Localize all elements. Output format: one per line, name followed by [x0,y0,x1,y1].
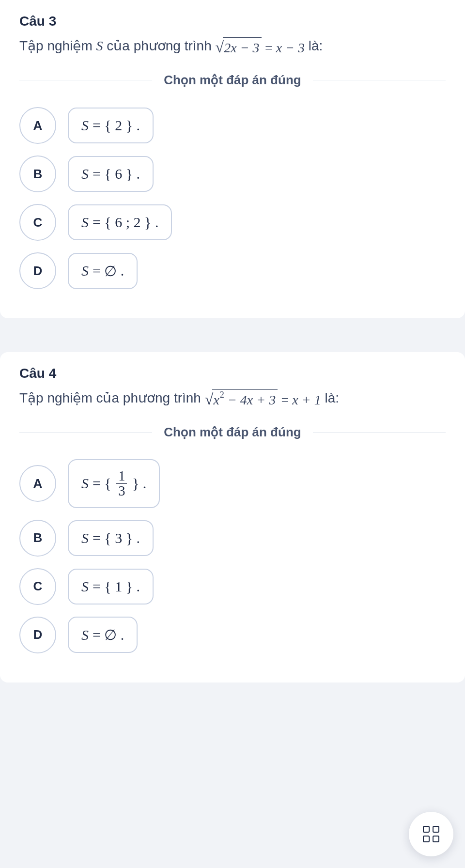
option-c[interactable]: C S = { 1 } . [19,568,446,605]
text-segment: Tập nghiệm của phương trình [19,390,205,405]
question-title: Câu 3 [19,14,446,29]
option-b[interactable]: B S = { 3 } . [19,520,446,557]
option-letter[interactable]: A [19,107,56,144]
option-content[interactable]: S = ∅ . [68,617,138,653]
question-title: Câu 4 [19,366,446,381]
option-letter[interactable]: C [19,568,56,605]
option-content[interactable]: S = { 3 } . [68,520,154,556]
text-segment: của phương trình [103,38,216,53]
option-a[interactable]: A S = { 13 } . [19,459,446,508]
text-segment: Tập nghiệm [19,38,96,53]
instruction-divider: Chọn một đáp án đúng [19,425,446,440]
divider-line [19,80,152,80]
option-a[interactable]: A S = { 2 } . [19,107,446,144]
text-segment: là: [321,390,339,405]
option-letter[interactable]: A [19,465,56,502]
option-b[interactable]: B S = { 6 } . [19,155,446,192]
option-c[interactable]: C S = { 6 ; 2 } . [19,204,446,241]
equation: √x2 − 4x + 3 = x + 1 [205,389,321,410]
option-content[interactable]: S = { 6 ; 2 } . [68,204,172,240]
option-letter[interactable]: B [19,155,56,192]
option-letter[interactable]: D [19,252,56,289]
question-card-4: Câu 4 Tập nghiệm của phương trình √x2 − … [0,352,465,682]
instruction-text: Chọn một đáp án đúng [152,425,312,440]
option-d[interactable]: D S = ∅ . [19,252,446,289]
option-content[interactable]: S = { 13 } . [68,459,160,508]
question-text: Tập nghiệm của phương trình √x2 − 4x + 3… [19,388,446,410]
divider-line [313,80,446,80]
option-letter[interactable]: C [19,204,56,241]
equation: √2x − 3 = x − 3 [216,37,305,58]
variable-s: S [96,38,103,53]
option-d[interactable]: D S = ∅ . [19,617,446,653]
divider-line [313,432,446,433]
divider-line [19,432,152,433]
option-letter[interactable]: D [19,617,56,653]
text-segment: là: [305,38,323,53]
sqrt-expr: √2x − 3 [216,37,262,58]
option-letter[interactable]: B [19,520,56,557]
question-text: Tập nghiệm S của phương trình √2x − 3 = … [19,36,446,58]
option-content[interactable]: S = { 6 } . [68,156,154,192]
instruction-text: Chọn một đáp án đúng [152,73,312,88]
question-card-3: Câu 3 Tập nghiệm S của phương trình √2x … [0,0,465,318]
option-content[interactable]: S = { 1 } . [68,569,154,604]
option-content[interactable]: S = ∅ . [68,253,138,289]
option-content[interactable]: S = { 2 } . [68,108,154,143]
sqrt-expr: √x2 − 4x + 3 [205,389,278,410]
instruction-divider: Chọn một đáp án đúng [19,73,446,88]
